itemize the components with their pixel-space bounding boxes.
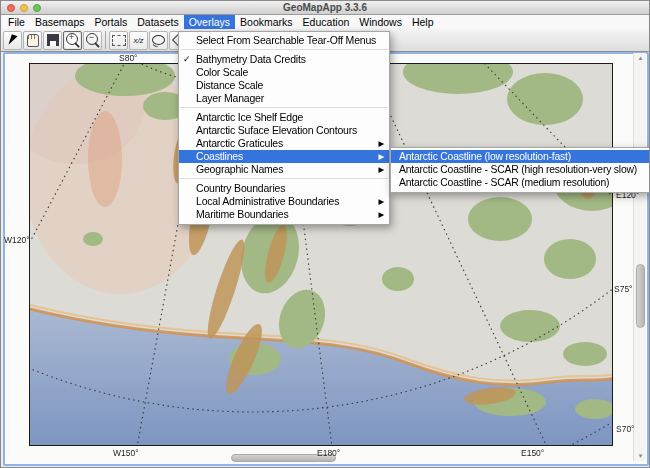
hand-icon xyxy=(25,33,40,48)
menu-item-geographic-names[interactable]: Geographic Names▶ xyxy=(179,163,389,176)
window-title: GeoMapApp 3.3.6 xyxy=(1,2,649,13)
menu-item-select-from-searchable-tear-off-menus[interactable]: Select From Searchable Tear-Off Menus xyxy=(179,34,389,47)
menu-item-antarctic-suface-elevation-contours[interactable]: Antarctic Suface Elevation Contours xyxy=(179,124,389,137)
overlays-menu: Select From Searchable Tear-Off Menus✓Ba… xyxy=(178,31,390,225)
menu-item-label: Antarctic Coastline - SCAR (high resolut… xyxy=(399,164,637,175)
menu-separator xyxy=(180,178,388,179)
floppy-disk-icon xyxy=(45,33,60,48)
menu-bar: FileBasemapsPortalsDatasetsOverlaysBookm… xyxy=(1,15,649,29)
menu-item-antarctic-ice-shelf-edge[interactable]: Antarctic Ice Shelf Edge xyxy=(179,111,389,124)
menubar-item-windows[interactable]: Windows xyxy=(354,15,407,29)
graticule-label-e180: E180° xyxy=(317,448,340,458)
menu-item-layer-manager[interactable]: Layer Manager xyxy=(179,92,389,105)
graticule-label-s75: S75° xyxy=(614,284,633,294)
graticule-label-s80: S80° xyxy=(119,53,138,63)
app-window: GeoMapApp 3.3.6 FileBasemapsPortalsDatas… xyxy=(0,0,650,468)
profile-button[interactable] xyxy=(129,31,148,50)
save-button[interactable] xyxy=(43,31,62,50)
menu-item-bathymetry-data-credits[interactable]: ✓Bathymetry Data Credits xyxy=(179,53,389,66)
menu-item-label: Coastlines xyxy=(196,150,243,162)
scroll-down-arrow-icon[interactable]: ▼ xyxy=(634,453,647,459)
menu-item-label: Maritime Boundaries xyxy=(196,208,289,220)
zoom-in-button[interactable] xyxy=(63,31,82,50)
menubar-item-datasets[interactable]: Datasets xyxy=(132,15,183,29)
menubar-item-overlays[interactable]: Overlays xyxy=(184,15,235,29)
coastlines-submenu: Antarctic Coastline (low resolution-fast… xyxy=(390,147,650,193)
select-arrow-button[interactable] xyxy=(3,31,22,50)
submenu-arrow-icon: ▶ xyxy=(378,195,384,208)
menu-item-color-scale[interactable]: Color Scale xyxy=(179,66,389,79)
zoom-in-icon xyxy=(65,33,80,48)
menu-item-label: Bathymetry Data Credits xyxy=(196,53,306,65)
zoom-box-button[interactable] xyxy=(109,31,128,50)
vertical-scrollbar[interactable]: ▲ ▼ xyxy=(633,53,646,461)
menu-item-label: Distance Scale xyxy=(196,79,263,91)
menubar-item-portals[interactable]: Portals xyxy=(90,15,133,29)
menu-item-label: Layer Manager xyxy=(196,92,264,104)
submenu-arrow-icon: ▶ xyxy=(378,137,384,150)
menu-item-antarctic-graticules[interactable]: Antarctic Graticules▶ xyxy=(179,137,389,150)
menu-item-label: Antarctic Graticules xyxy=(196,137,283,149)
menubar-item-education[interactable]: Education xyxy=(298,15,355,29)
menu-item-label: Antarctic Ice Shelf Edge xyxy=(196,111,303,123)
scroll-up-arrow-icon[interactable]: ▲ xyxy=(634,55,647,61)
graticule-label-w150: W150° xyxy=(113,448,139,458)
menubar-item-bookmarks[interactable]: Bookmarks xyxy=(235,15,298,29)
menubar-item-file[interactable]: File xyxy=(3,15,30,29)
submenu-arrow-icon: ▶ xyxy=(378,150,384,163)
lasso-icon xyxy=(151,33,166,48)
menu-separator xyxy=(180,49,388,50)
checkmark-icon: ✓ xyxy=(183,53,190,66)
graticule-label-w120: W120° xyxy=(4,235,30,245)
menu-item-distance-scale[interactable]: Distance Scale xyxy=(179,79,389,92)
zoom-out-button[interactable] xyxy=(83,31,102,50)
submenu-arrow-icon: ▶ xyxy=(378,208,384,221)
menu-item-antarctic-coastline-scar-high-resolution[interactable]: Antarctic Coastline - SCAR (high resolut… xyxy=(391,163,649,176)
cursor-arrow-icon xyxy=(5,33,20,48)
menu-item-antarctic-coastline-scar-medium-resoluti[interactable]: Antarctic Coastline - SCAR (medium resol… xyxy=(391,176,649,189)
menu-item-label: Antarctic Coastline (low resolution-fast… xyxy=(399,151,571,162)
graticule-label-e150: E150° xyxy=(521,448,544,458)
menu-item-label: Country Boundaries xyxy=(196,182,285,194)
xz-profile-icon xyxy=(131,33,146,48)
menu-item-label: Color Scale xyxy=(196,66,248,78)
submenu-arrow-icon: ▶ xyxy=(378,163,384,176)
menu-item-label: Antarctic Coastline - SCAR (medium resol… xyxy=(399,177,609,188)
toolbar-separator xyxy=(105,31,106,49)
menu-item-coastlines[interactable]: Coastlines▶ xyxy=(179,150,389,163)
graticule-label-s70: S70° xyxy=(616,424,635,434)
lasso-select-button[interactable] xyxy=(149,31,168,50)
vertical-scrollbar-thumb[interactable] xyxy=(636,264,645,328)
menu-item-antarctic-coastline-low-resolution-fast[interactable]: Antarctic Coastline (low resolution-fast… xyxy=(391,150,649,163)
menu-separator xyxy=(180,107,388,108)
zoom-out-icon xyxy=(85,33,100,48)
menubar-item-help[interactable]: Help xyxy=(407,15,439,29)
menu-item-label: Geographic Names xyxy=(196,163,283,175)
menu-item-label: Antarctic Suface Elevation Contours xyxy=(196,124,357,136)
title-bar: GeoMapApp 3.3.6 xyxy=(1,1,649,15)
menu-item-country-boundaries[interactable]: Country Boundaries xyxy=(179,182,389,195)
menu-item-label: Select From Searchable Tear-Off Menus xyxy=(196,34,376,46)
menubar-item-basemaps[interactable]: Basemaps xyxy=(30,15,90,29)
menu-item-label: Local Administrative Boundaries xyxy=(196,195,339,207)
menu-item-maritime-boundaries[interactable]: Maritime Boundaries▶ xyxy=(179,208,389,221)
pan-hand-button[interactable] xyxy=(23,31,42,50)
dashed-box-icon xyxy=(111,33,126,48)
menu-item-local-administrative-boundaries[interactable]: Local Administrative Boundaries▶ xyxy=(179,195,389,208)
